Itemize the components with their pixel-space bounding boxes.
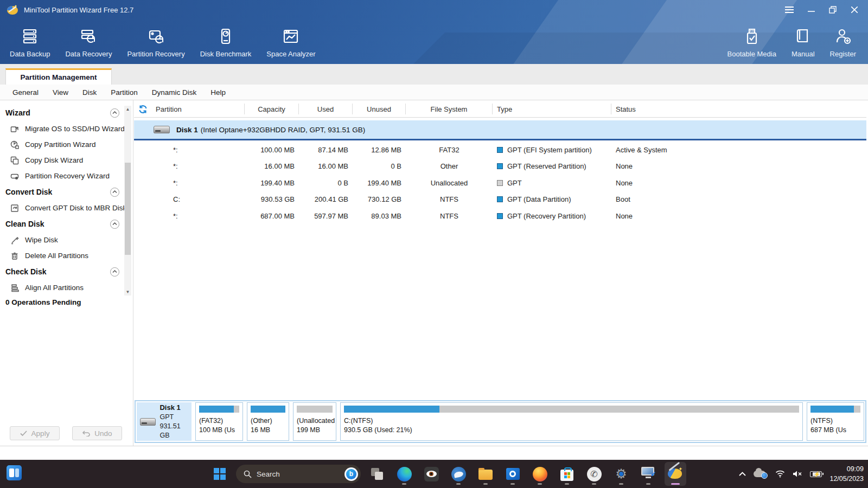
apply-button[interactable]: Apply — [10, 426, 60, 440]
diskmap-disk-info[interactable]: Disk 1 GPT 931.51 GB — [137, 402, 192, 441]
column-partition[interactable]: Partition — [151, 104, 245, 114]
sidebar-item-partition-recovery-wizard[interactable]: Partition Recovery Wizard — [0, 168, 124, 184]
minitool-taskbar-button[interactable]: ✦ — [665, 462, 686, 486]
disk-benchmark-button[interactable]: Disk Benchmark — [193, 20, 259, 58]
scroll-up-icon[interactable]: ▲ — [124, 106, 131, 113]
scrollbar-thumb[interactable] — [125, 163, 131, 255]
menu-general[interactable]: General — [5, 85, 46, 100]
sidebar-item-convert-gpt[interactable]: Convert GPT Disk to MBR Disk — [0, 200, 124, 216]
task-view-button[interactable] — [366, 462, 388, 486]
sidebar-item-copy-partition[interactable]: Copy Partition Wizard — [0, 137, 124, 152]
settings-button[interactable]: ⚙ — [610, 462, 632, 486]
onedrive-icon[interactable] — [754, 469, 768, 479]
cell-type: GPT (Data Partition) — [507, 195, 571, 203]
column-used[interactable]: Used — [299, 104, 353, 114]
widgets-icon[interactable] — [7, 465, 22, 480]
column-unused[interactable]: Unused — [353, 104, 406, 114]
disk-map-panel: Disk 1 GPT 931.51 GB (FAT32) 100 MB (Us … — [135, 400, 866, 443]
outlook-icon — [506, 468, 520, 480]
manual-button[interactable]: Manual — [784, 20, 822, 58]
diskmap-partition-c[interactable]: C:(NTFS) 930.5 GB (Used: 21%) — [340, 402, 803, 441]
diskmap-partition-fat32[interactable]: (FAT32) 100 MB (Us — [195, 402, 243, 441]
column-type[interactable]: Type — [493, 104, 611, 114]
undo-button[interactable]: Undo — [72, 426, 122, 440]
column-file-system[interactable]: File System — [406, 104, 493, 114]
manual-icon — [794, 27, 812, 46]
disk-header-row[interactable]: Disk 1 (Intel Optane+932GBHDD RAID, GPT,… — [134, 120, 866, 139]
usage-bar — [297, 406, 333, 413]
sidebar-item-wipe-disk[interactable]: Wipe Disk — [0, 232, 124, 248]
table-row[interactable]: *:100.00 MB87.14 MB12.86 MBFAT32GPT (EFI… — [134, 142, 866, 158]
thunderbird-button[interactable] — [448, 462, 469, 486]
cell-fs: NTFS — [406, 212, 493, 220]
ms-store-button[interactable] — [556, 462, 578, 486]
whatsapp-button[interactable]: ✆ — [583, 462, 605, 486]
data-backup-icon — [21, 27, 39, 46]
restore-icon[interactable] — [825, 2, 841, 17]
menu-dynamic-disk[interactable]: Dynamic Disk — [145, 85, 204, 100]
collapse-icon[interactable] — [110, 188, 119, 197]
sidebar-item-migrate-os[interactable]: Migrate OS to SSD/HD Wizard — [0, 121, 124, 137]
file-explorer-button[interactable] — [475, 462, 496, 486]
sidebar-item-align-partitions[interactable]: Align All Partitions — [0, 280, 124, 296]
usage-bar — [344, 406, 799, 413]
cell-cap: 100.00 MB — [245, 146, 299, 154]
eye-app-button[interactable] — [420, 462, 442, 486]
cell-fs: NTFS — [406, 195, 493, 203]
refresh-icon[interactable] — [134, 104, 151, 114]
taskbar-clock[interactable]: 09:09 12/05/2023 — [829, 464, 864, 484]
volume-muted-icon[interactable] — [793, 470, 802, 478]
close-icon[interactable] — [846, 2, 863, 17]
sidebar-scrollbar[interactable]: ▲ ▼ — [124, 106, 131, 296]
table-row[interactable]: C:930.53 GB200.41 GB730.12 GBNTFSGPT (Da… — [134, 191, 866, 208]
minimize-icon[interactable] — [803, 2, 819, 17]
data-recovery-button[interactable]: Data Recovery — [58, 20, 119, 58]
edge-button[interactable] — [393, 462, 415, 486]
table-row[interactable]: *:16.00 MB16.00 MB0 BOtherGPT (Reserved … — [134, 158, 866, 175]
menu-help[interactable]: Help — [203, 85, 233, 100]
partition-type-icon — [497, 196, 503, 202]
diskmap-partition-recovery[interactable]: (NTFS) 687 MB (Us — [807, 402, 864, 441]
firefox-button[interactable] — [529, 462, 551, 486]
menu-disk[interactable]: Disk — [75, 85, 104, 100]
partition-type-icon — [497, 213, 503, 219]
table-row[interactable]: *:687.00 MB597.97 MB89.03 MBNTFSGPT (Rec… — [134, 208, 866, 224]
table-row[interactable]: *:199.40 MB0 B199.40 MBUnallocatedGPTNon… — [134, 175, 866, 191]
space-analyzer-button[interactable]: Space Analyzer — [259, 20, 323, 58]
battery-charging-icon[interactable]: ⚡ — [810, 471, 822, 477]
menu-view[interactable]: View — [46, 85, 75, 100]
data-backup-button[interactable]: Data Backup — [2, 20, 58, 58]
tab-partition-management[interactable]: Partition Management — [5, 68, 112, 85]
cell-unused: 0 B — [353, 162, 406, 170]
menu-partition[interactable]: Partition — [104, 85, 145, 100]
search-input[interactable]: Search b — [236, 465, 361, 483]
partition-recovery-button[interactable]: Partition Recovery — [119, 20, 192, 58]
collapse-icon[interactable] — [110, 267, 119, 277]
tab-bar: Partition Management — [0, 64, 868, 85]
sidebar-item-copy-disk[interactable]: Copy Disk Wizard — [0, 152, 124, 168]
cell-cap: 687.00 MB — [245, 212, 299, 220]
pc-app-button[interactable]: ✓ — [637, 462, 659, 486]
wifi-icon[interactable] — [775, 470, 785, 478]
sidebar-item-label: Align All Partitions — [25, 284, 84, 292]
cell-part: *: — [151, 162, 245, 170]
bing-icon[interactable]: b — [344, 467, 358, 481]
bootable-media-button[interactable]: Bootable Media — [720, 20, 784, 58]
sidebar-item-delete-partitions[interactable]: Delete All Partitions — [0, 248, 124, 264]
column-status[interactable]: Status — [611, 104, 866, 114]
outlook-button[interactable] — [502, 462, 524, 486]
cell-used: 200.41 GB — [299, 195, 353, 203]
start-button[interactable] — [209, 462, 231, 486]
diskmap-partition-other[interactable]: (Other) 16 MB — [247, 402, 289, 441]
menu-icon[interactable] — [781, 2, 797, 17]
scroll-down-icon[interactable]: ▼ — [124, 288, 131, 296]
operations-pending-label: 0 Operations Pending — [5, 298, 81, 306]
diskmap-partition-unallocated[interactable]: (Unallocated 199 MB — [293, 402, 336, 441]
column-capacity[interactable]: Capacity — [245, 104, 299, 114]
register-button[interactable]: Register — [822, 20, 864, 58]
migrate-os-icon — [10, 124, 19, 133]
collapse-icon[interactable] — [110, 220, 119, 229]
tray-chevron-up-icon[interactable] — [739, 472, 746, 476]
cell-cap: 16.00 MB — [245, 162, 299, 170]
collapse-icon[interactable] — [110, 108, 119, 118]
